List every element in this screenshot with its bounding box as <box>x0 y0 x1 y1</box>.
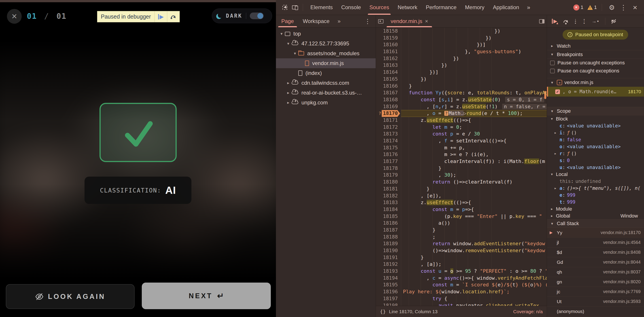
more-panels-button[interactable]: » <box>524 4 534 11</box>
line-number[interactable]: 18196 <box>376 288 401 295</box>
line-number[interactable]: 18189 <box>376 240 401 247</box>
step-into-button[interactable]: ↓• <box>574 17 577 26</box>
line-number[interactable]: 18194 <box>376 275 401 282</box>
line-number[interactable]: 18161 <box>376 48 401 55</box>
scope-variable[interactable]: ▸a:()=>{ t("menu"), s([]), n( <box>547 185 644 192</box>
line-number[interactable]: 18171 <box>376 117 401 124</box>
call-stack-frame[interactable]: Gdvendor.min.js:8044 <box>547 257 644 267</box>
scope-variable[interactable]: n:false <box>547 136 644 143</box>
line-number[interactable]: 18169 <box>376 103 401 110</box>
line-number[interactable]: 18163 <box>376 62 401 69</box>
settings-button[interactable]: ⚙ <box>607 2 617 12</box>
line-number[interactable]: 18188 <box>376 234 401 240</box>
device-toolbar-button[interactable] <box>290 2 300 12</box>
line-number[interactable]: 18180 <box>376 178 401 186</box>
tab-memory[interactable]: Memory <box>461 0 489 15</box>
line-number[interactable]: 18192 <box>376 261 401 268</box>
line-number[interactable]: 18187 <box>376 227 401 234</box>
scope-section-header[interactable]: ▾ Scope <box>547 107 644 115</box>
line-number[interactable]: 18173 <box>376 130 401 138</box>
scope-group-local[interactable]: ▾Local <box>547 171 644 178</box>
line-number[interactable]: 18162 <box>376 55 401 62</box>
scope-variable[interactable]: o:<value unavailable> <box>547 143 644 150</box>
next-button[interactable]: NEXT ↵ <box>142 282 271 309</box>
tab-close-icon[interactable]: × <box>425 18 428 24</box>
line-number[interactable]: 18178 <box>376 165 401 172</box>
line-number[interactable]: 18172 <box>376 124 401 131</box>
tab-application[interactable]: Application <box>488 0 523 15</box>
line-number[interactable]: 18191 <box>376 254 401 261</box>
tree-item[interactable]: ▾47.122.52.77:33695 <box>276 39 376 48</box>
tree-item[interactable]: ▸cdn.tailwindcss.com <box>276 78 376 88</box>
step-over-button[interactable] <box>564 17 568 26</box>
pause-caught-exceptions-row[interactable]: Pause on caught exceptions <box>547 67 644 75</box>
line-number[interactable]: 18167 <box>376 90 401 96</box>
dark-mode-toggle[interactable] <box>250 12 264 19</box>
tree-item[interactable]: ▾assets/node_modules <box>276 48 376 58</box>
coverage-link[interactable]: Coverage: n/a <box>513 309 543 314</box>
collapse-sidebar-icon[interactable] <box>378 19 384 24</box>
toggle-panel-icon[interactable] <box>539 19 544 24</box>
pause-uncaught-exceptions-row[interactable]: Pause on uncaught exceptions <box>547 59 644 67</box>
look-again-button[interactable]: LOOK AGAIN <box>6 284 134 309</box>
line-number[interactable]: 18179 <box>376 172 401 178</box>
call-stack-frame[interactable]: $dvendor.min.js:8408 <box>547 248 644 257</box>
devtools-close-button[interactable]: × <box>630 2 640 12</box>
tab-elements[interactable]: Elements <box>306 0 337 15</box>
line-number[interactable]: 18158 <box>376 28 401 35</box>
line-number[interactable]: 18168 <box>376 96 401 103</box>
tree-item[interactable]: (index) <box>276 68 376 78</box>
scope-variable[interactable]: c:<value unavailable> <box>547 122 644 129</box>
tree-item[interactable]: ▾top <box>276 29 376 39</box>
tab-console[interactable]: Console <box>337 0 365 15</box>
line-number[interactable]: 18184 <box>376 206 401 213</box>
step-out-button[interactable]: ↑• <box>583 17 586 26</box>
line-number[interactable]: 18193 <box>376 268 401 275</box>
scope-variable[interactable]: ▸r:ƒ() <box>547 150 644 157</box>
scope-group-block[interactable]: ▾Block <box>547 115 644 122</box>
breakpoint-checkbox[interactable]: ✓ <box>555 90 560 94</box>
scope-variable[interactable]: this:undefined <box>547 178 644 185</box>
console-warnings-badge[interactable]: ! 1 <box>585 4 597 10</box>
checkbox-unchecked[interactable] <box>550 69 555 73</box>
tab-sources[interactable]: Sources <box>365 0 393 15</box>
tree-item[interactable]: ▸real-or-ai-bucket.s3.us-… <box>276 88 376 98</box>
scope-group-module[interactable]: ▸Module <box>547 206 644 212</box>
line-number[interactable]: 18185 <box>376 213 401 220</box>
line-number[interactable]: 18195 <box>376 282 401 288</box>
line-number[interactable]: 18175 <box>376 144 401 151</box>
line-number[interactable]: 18176 <box>376 151 401 158</box>
inspect-element-button[interactable] <box>280 2 290 12</box>
pretty-print-icon[interactable]: {} <box>380 309 386 314</box>
tab-performance[interactable]: Performance <box>422 0 461 15</box>
more-navigator-tabs-button[interactable]: » <box>334 18 344 24</box>
call-stack-frame[interactable]: jcvendor.min.js:7769 <box>547 287 644 297</box>
line-number[interactable]: 18186 <box>376 220 401 227</box>
editor-tab-vendor[interactable]: vendor.min.js × <box>386 15 432 27</box>
breakpoint-file-group[interactable]: ▾ ‹› vendor.min.js <box>547 78 644 87</box>
call-stack-section-header[interactable]: ▾ Call Stack <box>547 219 644 228</box>
step-button[interactable]: →• <box>592 17 599 26</box>
tree-item[interactable]: vendor.min.js <box>276 58 376 68</box>
line-number[interactable]: 18198 <box>376 302 401 306</box>
line-number[interactable]: 18174 <box>376 138 401 144</box>
devtools-menu-button[interactable]: ⋮ <box>618 2 628 12</box>
ribbon-resume-button[interactable]: ▶ <box>154 11 167 22</box>
tree-item[interactable]: ▸unpkg.com <box>276 98 376 108</box>
ribbon-step-over-button[interactable] <box>167 11 180 22</box>
line-number[interactable]: 18166 <box>376 83 401 90</box>
close-button[interactable]: × <box>7 9 22 24</box>
line-number[interactable]: 18165 <box>376 76 401 83</box>
line-number[interactable]: 18183 <box>376 199 401 206</box>
call-stack-frame[interactable]: Yyvendor.min.js:18170 <box>547 228 644 238</box>
line-number[interactable]: 18197 <box>376 295 401 302</box>
breakpoints-section-header[interactable]: ▾ Breakpoints <box>547 50 644 59</box>
line-number[interactable]: 18160 <box>376 41 401 48</box>
line-number[interactable]: 18177 <box>376 158 401 165</box>
resume-script-button[interactable]: ▶ <box>552 17 557 26</box>
line-number[interactable]: ?18170 <box>376 110 401 117</box>
navigator-tab-workspace[interactable]: Workspace <box>298 15 334 27</box>
navigator-tab-page[interactable]: Page <box>277 15 298 27</box>
call-stack-frame[interactable]: Utvendor.min.js:3593 <box>547 297 644 306</box>
call-stack-frame[interactable]: gnvendor.min.js:8020 <box>547 277 644 287</box>
